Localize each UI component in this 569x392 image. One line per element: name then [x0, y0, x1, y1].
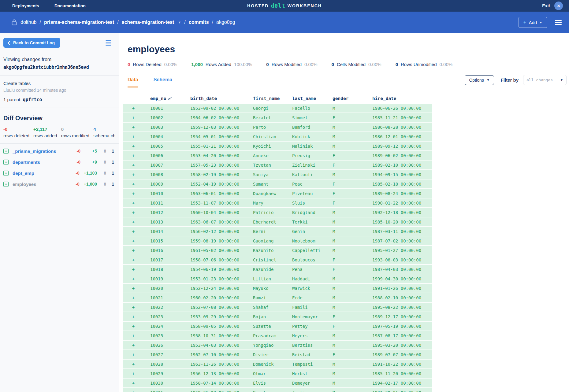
table-row[interactable]: +100061953-04-20 00:00:00AnnekePreusigF1… [123, 151, 432, 161]
add-button[interactable]: + Add ▼ [519, 17, 547, 28]
chevron-down-icon[interactable]: ▼ [178, 20, 181, 24]
table-row[interactable]: +100121960-10-04 00:00:00PatricioBridgla… [123, 208, 432, 217]
sidebar-table-employees[interactable]: +employees-0+1,00001 [3, 179, 115, 190]
parent-hash[interactable]: qpfrtco [23, 97, 42, 102]
table-row[interactable]: +100231953-09-29 00:00:00BojanMontemayor… [123, 312, 432, 322]
table-row[interactable]: +100201952-12-24 00:00:00MayukoWarwickM1… [123, 284, 432, 293]
table-row[interactable]: +100141956-02-12 00:00:00BerniGeninM1987… [123, 227, 432, 236]
table-row[interactable]: +100211960-02-20 00:00:00RamziErdeM1988-… [123, 293, 432, 303]
cell-emp_no: 10025 [144, 333, 187, 338]
stat-count: 0 [266, 62, 269, 67]
table-row[interactable]: +100181954-06-19 00:00:00KazuhidePehaF19… [123, 265, 432, 274]
cell-hire_date: 1989-02-10 00:00:00 [369, 163, 432, 168]
table-row[interactable]: +100221952-07-08 00:00:00ShahafFamiliM19… [123, 303, 432, 312]
table-name-link[interactable]: dept_emp [13, 171, 34, 176]
breadcrumb-item-commits[interactable]: commits [189, 20, 209, 25]
tab-schema[interactable]: Schema [154, 77, 172, 87]
table-row[interactable]: +100091952-04-19 00:00:00SumantPeacF1985… [123, 179, 432, 189]
table-row[interactable]: +100051955-01-21 00:00:00KyoichiMaliniak… [123, 142, 432, 151]
cell-last_name: Maliniak [289, 144, 329, 149]
cell-first_name: Eberhardt [250, 220, 289, 224]
close-icon[interactable]: ✕ [554, 2, 563, 10]
table-row[interactable]: +100271962-07-10 00:00:00DivierReistadF1… [123, 350, 432, 360]
table-row[interactable]: +100241958-09-05 00:00:00SuzettePetteyF1… [123, 322, 432, 331]
column-header-birth_date[interactable]: birth_date [187, 96, 250, 101]
table-name-link[interactable]: departments [13, 160, 40, 165]
table-row[interactable]: +100131963-06-07 00:00:00EberhardtTerkki… [123, 217, 432, 227]
column-header-hire_date[interactable]: hire_date [369, 96, 432, 101]
cell-emp_no: 10009 [144, 182, 187, 187]
filter-select[interactable]: all changes ▼ [523, 75, 567, 85]
cell-birth_date: 1958-09-05 00:00:00 [187, 324, 250, 329]
column-header-first_name[interactable]: first_name [250, 96, 289, 101]
table-row[interactable]: +100031959-12-03 00:00:00PartoBamfordM19… [123, 123, 432, 132]
table-row[interactable]: +100041954-05-01 00:00:00ChirstianKoblic… [123, 132, 432, 142]
cell-birth_date: 1957-05-23 00:00:00 [187, 163, 250, 168]
cell-first_name: Domenick [250, 362, 289, 367]
cell-emp_no: 10006 [144, 153, 187, 158]
table-row[interactable]: +100111953-11-07 00:00:00MarySluisF1990-… [123, 198, 432, 208]
diff-overview-stats: -0rows deleted+2,117rows added0rows modi… [3, 127, 115, 138]
table-row[interactable]: +100071957-05-23 00:00:00TzvetanZielinsk… [123, 161, 432, 170]
breadcrumb-item-schema-migration-test[interactable]: schema-migration-test [122, 20, 174, 25]
column-header-emp_no[interactable]: emp_no [144, 96, 187, 101]
cell-hire_date: 1995-08-22 00:00:00 [369, 305, 432, 310]
rows-deleted-count: -0 [70, 182, 80, 187]
hosted-dolt-workbench-logo: HOSTED d0lt WORKBENCH [247, 3, 322, 9]
exit-button[interactable]: Exit [542, 3, 550, 8]
sidebar-table-departments[interactable]: +departments-0+901 [3, 157, 115, 168]
table-row[interactable]: +100261953-04-03 00:00:00YongqiaoBerztis… [123, 341, 432, 350]
table-row[interactable]: +100081958-02-19 00:00:00SaniyaKalloufiM… [123, 170, 432, 179]
table-row[interactable]: +100011953-09-02 00:00:00GeorgiFacelloM1… [123, 104, 432, 113]
diff-main-panel: employees 0Rows Deleted0.00%1,000Rows Ad… [119, 33, 569, 392]
cell-birth_date: 1953-04-03 00:00:00 [187, 343, 250, 348]
table-row[interactable]: +100291956-12-13 00:00:00OtmarHerbstM198… [123, 369, 432, 379]
sidebar-table-dept_emp[interactable]: +dept_emp-0+1,10301 [3, 168, 115, 179]
row-added-marker: + [123, 153, 144, 158]
row-added-marker: + [123, 343, 144, 348]
menu-icon[interactable] [555, 20, 562, 25]
divider [0, 75, 119, 76]
table-row[interactable]: +100281963-11-26 00:00:00DomenickTempest… [123, 360, 432, 369]
back-to-commit-log-button[interactable]: Back to Commit Log [3, 38, 60, 48]
table-name-link[interactable]: employees [13, 182, 36, 187]
row-added-marker: + [123, 220, 144, 224]
cell-first_name: Guoxiang [250, 239, 289, 243]
table-row[interactable]: +100191953-01-23 00:00:00LillianHaddadiM… [123, 274, 432, 284]
table-row[interactable]: +100311959-01-27 00:00:00KarstenJoslinM1… [123, 388, 432, 392]
row-added-marker: + [123, 115, 144, 120]
added-table-icon: + [3, 182, 9, 187]
stat-rows-added: 1,000Rows Added100.00% [191, 62, 252, 67]
nav-deployments[interactable]: Deployments [12, 3, 39, 8]
table-row[interactable]: +100251958-10-31 00:00:00PrasadramHeyers… [123, 331, 432, 341]
breadcrumb-item-akgo0pg[interactable]: akgo0pg [216, 20, 235, 25]
cell-gender: F [329, 257, 369, 262]
cell-last_name: Herbst [289, 371, 329, 376]
table-row[interactable]: +100161961-05-02 00:00:00KazuhitoCappell… [123, 246, 432, 255]
cell-birth_date: 1963-06-07 00:00:00 [187, 220, 250, 224]
table-diff-counts: -0+1,10301 [70, 171, 115, 176]
cell-emp_no: 10019 [144, 276, 187, 281]
nav-documentation[interactable]: Documentation [54, 3, 86, 8]
table-row[interactable]: +100171958-07-06 00:00:00CristinelBoulou… [123, 255, 432, 265]
tab-data[interactable]: Data [128, 77, 138, 87]
breadcrumb-separator: / [212, 20, 213, 25]
options-button[interactable]: Options ▼ [465, 75, 494, 85]
stat-percent: 0.00% [304, 62, 318, 67]
cell-hire_date: 1987-08-17 00:00:00 [369, 333, 432, 338]
column-header-last_name[interactable]: last_name [289, 96, 329, 101]
table-name-link[interactable]: _prisma_migrations [13, 149, 56, 154]
column-header-gender[interactable]: gender [329, 96, 369, 101]
breadcrumb-item-prisma-schema-migration-test[interactable]: prisma-schema-migration-test [44, 20, 114, 25]
cell-gender: F [329, 115, 369, 120]
table-row[interactable]: +100021964-06-02 00:00:00BezalelSimmelF1… [123, 113, 432, 123]
cell-first_name: Suzette [250, 324, 289, 329]
table-row[interactable]: +100301958-07-14 00:00:00ElvisDemeyerM19… [123, 379, 432, 388]
breadcrumb-item-dolthub[interactable]: dolthub [20, 20, 37, 25]
sidebar-table-_prisma_migrations[interactable]: +_prisma_migrations-0+501 [3, 146, 115, 157]
cell-birth_date: 1964-06-02 00:00:00 [187, 115, 250, 120]
table-row[interactable]: +100151959-08-19 00:00:00GuoxiangNootebo… [123, 236, 432, 246]
sidebar-menu-icon[interactable] [106, 40, 111, 46]
table-row[interactable]: +100101963-06-01 00:00:00DuangkaewPivete… [123, 189, 432, 198]
cell-gender: M [329, 362, 369, 367]
